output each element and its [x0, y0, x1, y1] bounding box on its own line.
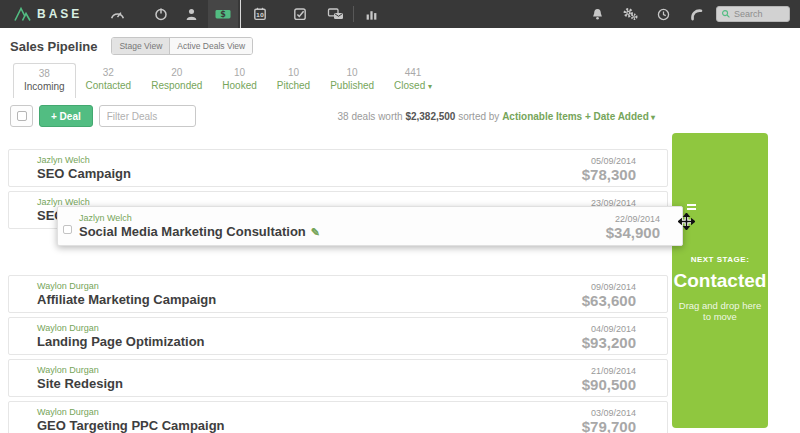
svg-text:$: $ — [221, 10, 227, 19]
deals-total-value: $2,382,500 — [405, 111, 455, 122]
active-deals-view-button[interactable]: Active Deals View — [169, 38, 252, 54]
contacts-person-icon[interactable] — [178, 0, 204, 28]
deal-title: Affiliate Marketing Campaign — [37, 292, 636, 307]
communication-chat-icon[interactable] — [323, 0, 349, 28]
chevron-down-icon: ▾ — [649, 113, 655, 122]
dashboard-gauge-icon[interactable] — [104, 0, 130, 28]
base-logo-icon — [14, 6, 31, 22]
base-logo-text: BASE — [37, 7, 82, 21]
drop-zone-label: NEXT STAGE: — [672, 255, 768, 264]
calendar-icon[interactable]: 10 — [247, 0, 273, 28]
deal-title: Site Redesign — [37, 376, 636, 391]
deal-date: 09/09/2014 — [591, 282, 636, 292]
deal-title: Landing Page Optimization — [37, 334, 636, 349]
stage-tab-published[interactable]: 10 Published — [320, 63, 384, 97]
reports-barchart-icon[interactable] — [358, 0, 384, 28]
deal-row[interactable]: Waylon Durgan Site Redesign 21/09/2014 $… — [8, 359, 668, 397]
next-stage-drop-zone[interactable]: NEXT STAGE: Contacted Drag and drop here… — [672, 133, 768, 428]
drop-zone-stage-name: Contacted — [672, 270, 768, 292]
stage-tab-closed[interactable]: 441 Closed ▾ — [384, 63, 442, 97]
view-toggle: Stage View Active Deals View — [111, 37, 253, 55]
top-navbar: BASE $ 10 Sear — [0, 0, 800, 28]
phone-icon[interactable] — [683, 0, 709, 28]
page-title: Sales Pipeline — [10, 39, 97, 54]
row-checkbox[interactable] — [63, 225, 72, 234]
deals-money-icon[interactable]: $ — [208, 0, 238, 28]
deal-value: $78,300 — [582, 166, 636, 183]
move-cursor-icon — [678, 213, 695, 234]
chevron-down-icon: ▾ — [428, 82, 432, 91]
drop-zone-hint: Drag and drop here to move — [672, 300, 768, 323]
checkbox-icon — [17, 111, 27, 121]
deal-owner: Jazlyn Welch — [37, 155, 636, 165]
deal-date: 03/09/2014 — [591, 408, 636, 418]
settings-gears-icon[interactable] — [617, 0, 643, 28]
deal-title: GEO Targeting PPC Campaign — [37, 418, 636, 433]
dragged-deal-row[interactable]: Jazlyn Welch Social Media Marketing Cons… — [57, 206, 683, 246]
deal-list: Jazlyn Welch SEO Campaign 05/09/2014 $78… — [8, 149, 668, 433]
add-deal-button[interactable]: + Deal — [39, 105, 93, 127]
stage-tab-hooked[interactable]: 10 Hooked — [212, 63, 266, 97]
deal-row[interactable]: Waylon Durgan Landing Page Optimization … — [8, 317, 668, 355]
deal-row[interactable]: Waylon Durgan GEO Targeting PPC Campaign… — [8, 401, 668, 433]
deal-value: $93,200 — [582, 334, 636, 351]
deals-summary: 38 deals worth $2,382,500 sorted by Acti… — [338, 111, 655, 122]
edit-pencil-icon[interactable]: ✎ — [311, 226, 320, 238]
deals-toolbar: + Deal 38 deals worth $2,382,500 sorted … — [10, 104, 800, 128]
sort-dropdown[interactable]: Actionable Items + Date Added ▾ — [502, 111, 655, 122]
drag-handle-icon[interactable] — [685, 202, 698, 213]
deal-title: SEO Campaign — [37, 166, 636, 181]
pipeline-stage-tabs: 38 Incoming 32 Contacted 20 Responded 10… — [13, 63, 800, 98]
search-icon — [721, 9, 731, 19]
search-placeholder: Search — [734, 9, 763, 19]
svg-text:10: 10 — [256, 12, 264, 18]
deal-row[interactable]: Waylon Durgan Affiliate Marketing Campai… — [8, 275, 668, 313]
filter-deals-input[interactable] — [99, 105, 196, 127]
stage-tab-pitched[interactable]: 10 Pitched — [267, 63, 320, 97]
stage-tab-contacted[interactable]: 32 Contacted — [76, 63, 142, 97]
stage-tab-incoming[interactable]: 38 Incoming — [13, 63, 76, 98]
recent-clock-icon[interactable] — [650, 0, 676, 28]
deal-owner: Waylon Durgan — [37, 323, 636, 333]
deal-value: $34,900 — [606, 224, 660, 241]
deal-value: $90,500 — [582, 376, 636, 393]
navbar-divider — [240, 0, 241, 28]
search-input[interactable]: Search — [716, 6, 790, 22]
deal-owner: Waylon Durgan — [37, 281, 636, 291]
deal-value: $79,700 — [582, 418, 636, 433]
deal-date: 05/09/2014 — [591, 156, 636, 166]
stage-tab-responded[interactable]: 20 Responded — [141, 63, 212, 97]
navbar-divider — [353, 6, 354, 22]
deal-owner: Jazlyn Welch — [79, 213, 660, 223]
base-logo[interactable]: BASE — [14, 6, 82, 22]
deal-owner: Waylon Durgan — [37, 365, 636, 375]
stage-view-button[interactable]: Stage View — [112, 38, 169, 54]
leads-target-icon[interactable] — [148, 0, 174, 28]
deal-title: Social Media Marketing Consultation✎ — [79, 224, 660, 239]
deal-date: 22/09/2014 — [615, 214, 660, 224]
deal-owner: Waylon Durgan — [37, 407, 636, 417]
deal-row[interactable]: Jazlyn Welch SEO Campaign 05/09/2014 $78… — [8, 149, 668, 187]
deal-value: $63,600 — [582, 292, 636, 309]
tasks-check-icon[interactable] — [287, 0, 313, 28]
select-all-checkbox-button[interactable] — [10, 105, 33, 127]
notifications-bell-icon[interactable] — [584, 0, 610, 28]
deal-date: 04/09/2014 — [591, 324, 636, 334]
deal-date: 21/09/2014 — [591, 366, 636, 376]
